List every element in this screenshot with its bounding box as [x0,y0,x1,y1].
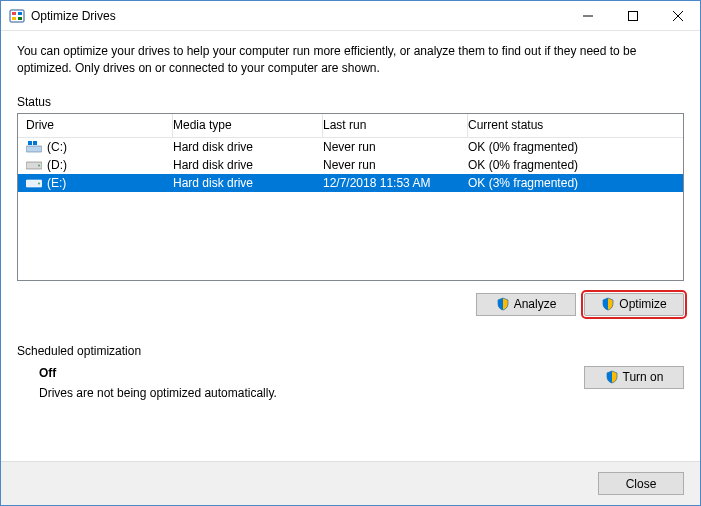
col-header-last[interactable]: Last run [323,114,468,137]
col-header-status[interactable]: Current status [468,114,683,137]
svg-point-12 [38,182,40,184]
close-window-button[interactable] [655,1,700,30]
turn-on-button[interactable]: Turn on [584,366,684,389]
drive-last-run: Never run [323,158,468,172]
drive-row[interactable]: (C:)Hard disk driveNever runOK (0% fragm… [18,138,683,156]
list-header: Drive Media type Last run Current status [18,114,683,138]
svg-rect-0 [10,10,24,22]
drive-status: OK (3% fragmented) [468,176,683,190]
scheduled-section: Scheduled optimization Off Drives are no… [17,344,684,400]
app-icon [9,8,25,24]
minimize-button[interactable] [565,1,610,30]
drive-name: (E:) [47,176,66,190]
svg-rect-2 [18,12,22,15]
drive-icon [26,159,42,171]
description-text: You can optimize your drives to help you… [17,43,684,77]
close-label: Close [626,477,657,491]
drive-row[interactable]: (E:)Hard disk drive12/7/2018 11:53 AMOK … [18,174,683,192]
drives-list[interactable]: Drive Media type Last run Current status… [17,113,684,281]
titlebar: Optimize Drives [1,1,700,31]
optimize-button[interactable]: Optimize [584,293,684,316]
scheduled-detail: Drives are not being optimized automatic… [39,386,584,400]
drive-name: (C:) [47,140,67,154]
maximize-button[interactable] [610,1,655,30]
drive-icon [26,177,42,189]
footer: Close [1,461,700,505]
svg-point-10 [38,164,40,166]
drive-last-run: Never run [323,140,468,154]
drive-status: OK (0% fragmented) [468,140,683,154]
scheduled-heading: Scheduled optimization [17,344,684,358]
svg-rect-1 [12,12,16,15]
drive-status: OK (0% fragmented) [468,158,683,172]
svg-rect-8 [33,141,37,145]
svg-rect-7 [28,141,32,145]
action-buttons: Analyze Optimize [17,293,684,316]
window-title: Optimize Drives [31,9,565,23]
analyze-button[interactable]: Analyze [476,293,576,316]
svg-rect-4 [18,17,22,20]
turn-on-label: Turn on [623,370,664,384]
drive-media: Hard disk drive [173,158,323,172]
drive-last-run: 12/7/2018 11:53 AM [323,176,468,190]
drive-row[interactable]: (D:)Hard disk driveNever runOK (0% fragm… [18,156,683,174]
optimize-label: Optimize [619,297,666,311]
col-header-media[interactable]: Media type [173,114,323,137]
drive-media: Hard disk drive [173,140,323,154]
svg-rect-3 [12,17,16,20]
col-header-drive[interactable]: Drive [18,114,173,137]
drive-name: (D:) [47,158,67,172]
shield-icon [605,370,619,384]
shield-icon [601,297,615,311]
svg-rect-5 [628,11,637,20]
content-area: You can optimize your drives to help you… [1,31,700,461]
scheduled-state: Off [39,366,584,380]
drive-media: Hard disk drive [173,176,323,190]
drive-icon [26,141,42,153]
svg-rect-6 [26,146,42,152]
close-button[interactable]: Close [598,472,684,495]
status-label: Status [17,95,684,109]
shield-icon [496,297,510,311]
analyze-label: Analyze [514,297,557,311]
